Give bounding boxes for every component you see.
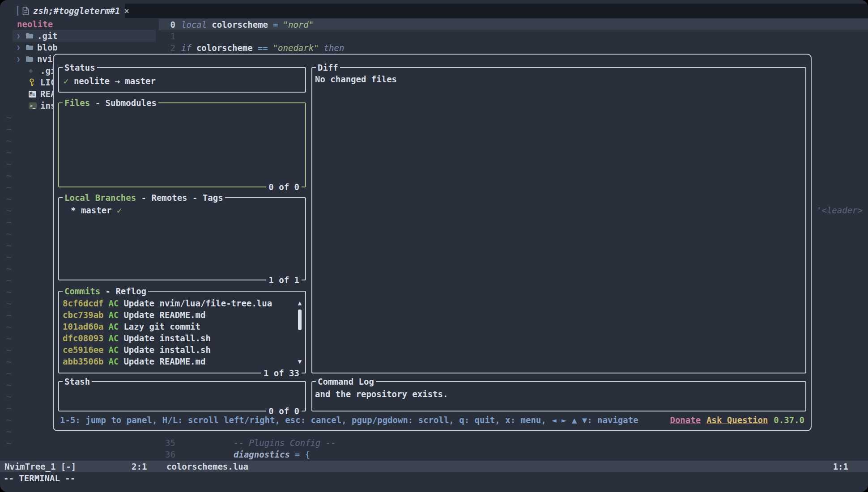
tilde-marker: ~ [6, 170, 11, 181]
commit-row[interactable]: cbc739ab AC Update README.md [63, 309, 294, 321]
code-line-35: -- Plugins Config -- [234, 437, 336, 449]
folder-icon [26, 33, 34, 39]
tilde-marker: ~ [6, 344, 11, 356]
tilde-marker: ~ [6, 425, 11, 437]
status-panel-title: Status [64, 62, 95, 73]
check-icon: ✓ [64, 75, 68, 87]
commit-message: Update install.sh [123, 344, 210, 356]
tree-item-blob[interactable]: ❯ blob [13, 42, 156, 53]
submodules-tab[interactable]: - Submodules [90, 97, 157, 109]
chevron-right-icon[interactable]: ❯ [17, 42, 23, 53]
line-number: 36 [159, 449, 175, 460]
commit-hash: abb3506b [63, 356, 104, 367]
keyword-token: if [181, 42, 191, 54]
stash-panel-title: Stash [64, 376, 90, 387]
tilde-marker: ~ [6, 286, 11, 297]
diff-empty-text: No changed files [315, 73, 397, 85]
commit-author: AC [109, 344, 119, 356]
tilde-marker: ~ [6, 414, 11, 425]
tree-item-label: nvi [37, 53, 52, 65]
remotes-tags-tabs[interactable]: - Remotes - Tags [136, 192, 223, 204]
commit-author: AC [109, 356, 119, 367]
folder-icon [26, 44, 34, 51]
tilde-marker: ~ [6, 309, 11, 321]
commit-author: AC [109, 321, 119, 332]
commit-author: AC [109, 297, 119, 309]
tilde-marker: ~ [6, 216, 11, 228]
lazygit-help-bar: 1-5: jump to panel, H/L: scroll left/rig… [60, 414, 804, 426]
tilde-marker: ~ [6, 239, 11, 251]
markdown-icon: M↓ [29, 91, 38, 98]
code-line-2: if colorscheme == "onedark" then [181, 42, 344, 54]
commit-message: Update install.sh [123, 332, 210, 344]
commit-row[interactable]: abb3506b AC Update README.md [63, 356, 294, 367]
tilde-column: ~~~~~~~~~~~~~~~~~~~~~~~~~~~~~ [6, 111, 11, 449]
commit-row[interactable]: ce5916ee AC Update install.sh [63, 344, 294, 356]
tilde-marker: ~ [6, 402, 11, 414]
command-log-panel[interactable]: Command Log and the repository exists. [311, 381, 806, 411]
tilde-marker: ~ [6, 390, 11, 402]
string-token: "nord" [283, 19, 314, 30]
terminal-window: zsh;#toggleterm#1 × neolite ❯ .git ❯ blo… [0, 0, 868, 492]
chevron-right-icon[interactable]: ❯ [17, 53, 23, 65]
commit-message: Update nvim/lua/file-tree.lua [123, 297, 272, 309]
donate-link[interactable]: Donate [670, 414, 701, 426]
string-token: "onedark" [273, 42, 319, 54]
commits-panel[interactable]: Commits - Reflog 8cf6dcdf AC Update nvim… [58, 291, 306, 373]
statusline-file-name: colorschemes.lua [166, 461, 248, 472]
tree-item-label: .git [37, 30, 58, 42]
command-log-text: and the repository exists. [315, 388, 448, 400]
commits-tab[interactable]: Commits [64, 285, 100, 297]
reflog-tab[interactable]: - Reflog [100, 285, 146, 297]
commit-row[interactable]: 101ad60a AC Lazy git commit [63, 321, 294, 332]
tilde-marker: ~ [6, 274, 11, 286]
current-branch-star: * [71, 204, 76, 216]
check-icon: ✓ [117, 204, 122, 216]
keyword-token: local [181, 19, 207, 30]
tilde-marker: ~ [6, 332, 11, 344]
tilde-marker: ~ [6, 181, 11, 193]
stash-panel[interactable]: Stash 0 of 0 [58, 381, 306, 411]
terminal-icon: >_ [29, 102, 38, 109]
tree-item-git[interactable]: ❯ .git [13, 30, 156, 42]
scroll-down-icon[interactable]: ▼ [296, 356, 304, 367]
branches-panel[interactable]: Local Branches - Remotes - Tags * master… [58, 197, 306, 280]
statusline-ruler-right: 1:1 [833, 461, 848, 472]
git-icon: ◆ [29, 65, 38, 76]
code-line-0: local colorscheme = "nord" [181, 19, 314, 30]
identifier-token: colorscheme [212, 19, 268, 30]
comment-token: -- Plugins Config -- [234, 437, 336, 449]
tabline-background [125, 4, 868, 18]
commit-row[interactable]: dfc08093 AC Update install.sh [63, 332, 294, 344]
tab-toggleterm[interactable]: zsh;#toggleterm#1 × [15, 4, 125, 18]
files-tab[interactable]: Files [64, 97, 90, 109]
tilde-marker: ~ [6, 158, 11, 170]
keybinding-hints: 1-5: jump to panel, H/L: scroll left/rig… [60, 414, 638, 426]
close-icon[interactable]: × [124, 5, 129, 17]
diff-panel-title: Diff [318, 62, 338, 73]
commits-scrollbar[interactable]: ▲ ▼ [296, 297, 304, 367]
line-number: 1 [159, 30, 175, 42]
files-count: 0 of 0 [266, 181, 302, 193]
operator-token: = { [295, 449, 310, 460]
tree-root-label[interactable]: neolite [17, 18, 53, 30]
tilde-marker: ~ [6, 111, 11, 123]
file-icon [22, 7, 29, 15]
diff-panel[interactable]: Diff No changed files [311, 67, 806, 373]
statusline: NvimTree_1 [-] 2:1 colorschemes.lua 1:1 [0, 461, 868, 472]
local-branches-tab[interactable]: Local Branches [64, 192, 136, 204]
scrollbar-thumb[interactable] [298, 310, 302, 330]
lazygit-window: Status ✓ neolite → master Files - Submod… [53, 54, 812, 431]
commit-row[interactable]: 8cf6dcdf AC Update nvim/lua/file-tree.lu… [63, 297, 294, 309]
files-panel[interactable]: Files - Submodules 0 of 0 [58, 102, 306, 187]
ask-question-link[interactable]: Ask Question [706, 414, 768, 426]
tilde-marker: ~ [6, 437, 11, 449]
tilde-marker: ~ [6, 367, 11, 379]
status-panel[interactable]: Status ✓ neolite → master [58, 67, 306, 93]
branch-name: master [81, 204, 112, 216]
chevron-right-icon[interactable]: ❯ [17, 30, 23, 42]
scroll-up-icon[interactable]: ▲ [296, 297, 304, 309]
leader-key-hint: '<leader> [817, 204, 863, 216]
line-number: 2 [159, 42, 175, 54]
tilde-marker: ~ [6, 146, 11, 158]
